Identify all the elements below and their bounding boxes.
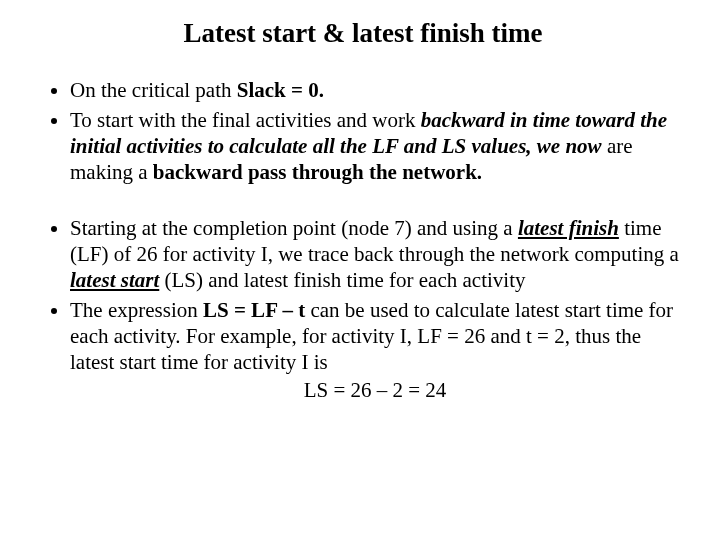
bullet-group-1: On the critical path Slack = 0. To start… <box>46 77 680 185</box>
text: (LS) and latest finish time for each act… <box>159 268 525 292</box>
text: The expression <box>70 298 203 322</box>
text-bold: backward pass through the network. <box>153 160 482 184</box>
slide-title: Latest start & latest finish time <box>46 18 680 49</box>
bullet-2: To start with the final activities and w… <box>70 107 680 185</box>
bullet-3: Starting at the completion point (node 7… <box>70 215 680 293</box>
text-underline: latest finish <box>518 216 619 240</box>
slide: Latest start & latest finish time On the… <box>0 0 720 540</box>
text-bold: LS = LF – t <box>203 298 305 322</box>
text-underline: latest start <box>70 268 159 292</box>
text: To start with the final activities and w… <box>70 108 421 132</box>
bullet-group-2: Starting at the completion point (node 7… <box>46 215 680 403</box>
formula: LS = 26 – 2 = 24 <box>70 377 680 403</box>
text: Starting at the completion point (node 7… <box>70 216 518 240</box>
text: On the critical path <box>70 78 237 102</box>
bullet-4: The expression LS = LF – t can be used t… <box>70 297 680 403</box>
bullet-1: On the critical path Slack = 0. <box>70 77 680 103</box>
text-bold: Slack = 0. <box>237 78 324 102</box>
